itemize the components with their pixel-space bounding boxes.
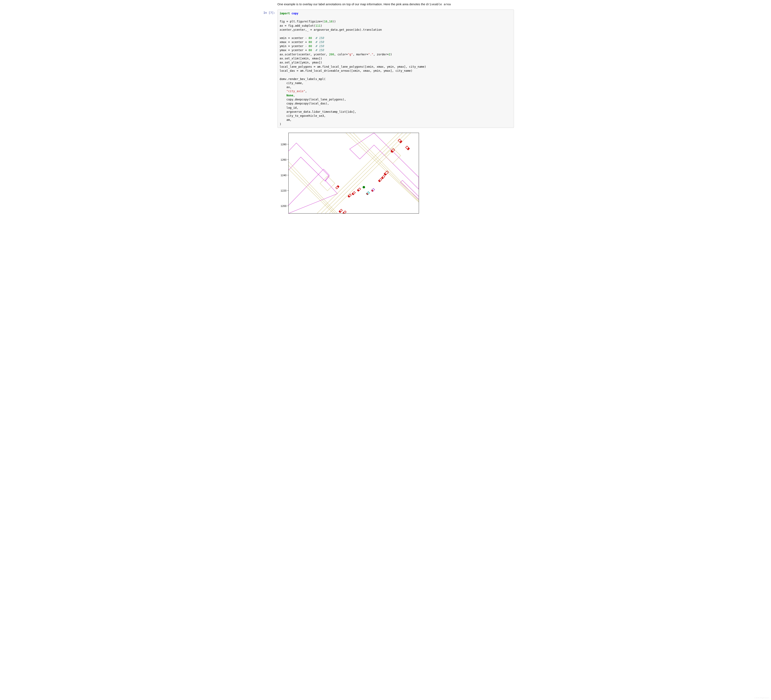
plot-axes-box: [288, 133, 419, 214]
plot-svg: [289, 133, 419, 213]
output-cell: 12001220124012601280: [257, 129, 514, 224]
y-tick-label: 1260: [281, 158, 286, 161]
cell-prompt-empty: [257, 1, 278, 2]
markdown-inline-code: driveable area: [426, 3, 451, 6]
code-input[interactable]: import copy fig = plt.figure(figsize=(10…: [278, 10, 514, 128]
code-line: city_name,: [280, 81, 304, 84]
y-tick-label: 1200: [281, 204, 286, 207]
code-line: xmin = xcenter - 80 # 150: [280, 36, 324, 40]
lane-polygons: [289, 133, 419, 213]
y-tick: 1240: [278, 174, 288, 177]
output-area: 12001220124012601280: [278, 130, 514, 224]
code-line: local_lane_polygons = am.find_local_lane…: [280, 65, 426, 68]
y-tick: 1260: [278, 158, 288, 161]
code-cell: In [7]: import copy fig = plt.figure(fig…: [257, 9, 514, 129]
code-line: argoverse_data.lidar_timestamp_list[idx]…: [280, 110, 356, 113]
code-line: log_id,: [280, 106, 299, 109]
code-line: xcenter,ycenter,_ = argoverse_data.get_p…: [280, 28, 382, 31]
code-line: import copy: [280, 12, 299, 15]
code-line: ymax = ycenter + 80 # 150: [280, 49, 324, 52]
object-labels: [335, 139, 410, 213]
code-line: "city_axis",: [280, 89, 307, 93]
markdown-text-before: One example is to overlay our label anno…: [278, 2, 426, 6]
code-line: ax,: [280, 86, 292, 89]
cell-prompt-out: [257, 130, 278, 131]
ego-center-dot: [363, 186, 365, 188]
code-line: copy.deepcopy(local_das),: [280, 102, 329, 105]
code-line: am,: [280, 118, 292, 122]
code-line: ax.scatter(xcenter, ycenter, 200, color=…: [280, 53, 392, 56]
code-line: ax = fig.add_subplot(111): [280, 24, 322, 27]
y-tick-label: 1280: [281, 143, 286, 146]
code-line: ): [280, 122, 281, 126]
code-line: xmax = xcenter + 80 # 150: [280, 41, 324, 44]
code-line: fig = plt.figure(figsize=(10,10)): [280, 20, 336, 23]
code-line: ax.set_ylim([ymin, ymax]): [280, 61, 322, 64]
plot-figure: 12001220124012601280: [278, 131, 421, 219]
markdown-cell: One example is to overlay our label anno…: [257, 0, 514, 9]
code-line: domv.render_bev_labels_mpl(: [280, 77, 326, 81]
y-tick-label: 1240: [281, 174, 286, 177]
code-line: city_to_egovehicle_se3,: [280, 114, 326, 117]
cell-prompt: In [7]:: [257, 10, 278, 15]
y-axis-ticks: 12001220124012601280: [278, 133, 288, 214]
driveable-area-outline: [289, 133, 419, 213]
y-tick: 1280: [278, 143, 288, 146]
code-line: copy.deepcopy(local_lane_polygons),: [280, 98, 346, 101]
code-line: ax.set_xlim([xmin, xmax]): [280, 57, 322, 60]
y-tick: 1220: [278, 189, 288, 192]
svg-rect-1: [385, 148, 400, 163]
notebook-container: One example is to overlay our label anno…: [257, 0, 514, 226]
markdown-text: One example is to overlay our label anno…: [278, 1, 514, 8]
y-tick: 1200: [278, 204, 288, 207]
code-line: None,: [280, 94, 295, 97]
code-line: local_das = am.find_local_driveable_area…: [280, 69, 413, 72]
y-tick-label: 1220: [281, 189, 286, 192]
code-line: ymin = ycenter - 80 # 150: [280, 44, 324, 48]
